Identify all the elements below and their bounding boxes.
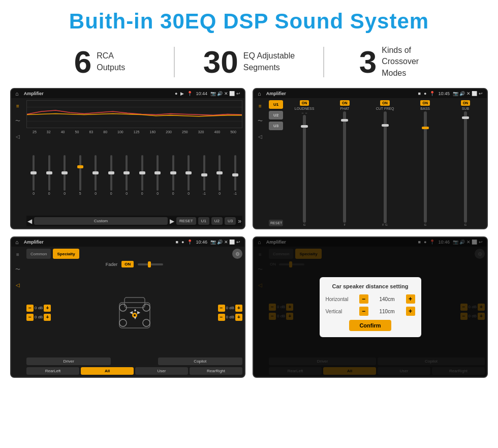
svg-point-7: [119, 319, 127, 326]
eq-slider-9[interactable]: 0: [166, 155, 181, 196]
eq-sliders-area: 253240506380100125160200250320400500 0 0: [26, 130, 242, 216]
channel-loudness: ON LOUDNESS ~~ G: [285, 100, 324, 226]
horizontal-plus-btn[interactable]: +: [406, 294, 415, 304]
u3-preset-btn[interactable]: U3: [269, 122, 283, 130]
u1-preset-btn[interactable]: U1: [269, 100, 283, 109]
eq-slider-8[interactable]: 0: [150, 155, 165, 196]
bass-slider[interactable]: [424, 111, 427, 223]
sidebar-3: ≡ 〜 ◁: [11, 247, 24, 377]
eq-slider-7[interactable]: 0: [135, 155, 150, 196]
phat-on-btn[interactable]: ON: [340, 100, 350, 106]
horizontal-value: 140cm: [371, 296, 403, 302]
screen-amp2: ⌂ Amplifier ■ ● 📍 10:45 📷 🔊 ✕ ⬜ ↩ ≡ 〜 ◁ …: [253, 88, 488, 229]
loudness-on-btn[interactable]: ON: [300, 100, 309, 106]
settings-icon-3[interactable]: ⚙: [232, 249, 242, 259]
fader-on-btn[interactable]: ON: [121, 261, 134, 267]
sidebar-wave-icon-2[interactable]: 〜: [256, 116, 265, 126]
stat-eq-number: 30: [203, 46, 238, 78]
plus-br[interactable]: +: [235, 314, 242, 321]
minus-tr[interactable]: −: [218, 305, 225, 312]
driver-btn-3[interactable]: Driver: [26, 357, 111, 365]
eq-slider-11[interactable]: -1: [197, 155, 212, 196]
horizontal-minus-btn[interactable]: −: [359, 294, 368, 304]
stat-eq-label: EQ AdjustableSegments: [243, 50, 295, 73]
user-btn-3[interactable]: User: [135, 367, 188, 375]
car-svg: ◀ ▶ ▲ ▼: [112, 290, 158, 336]
confirm-button[interactable]: Confirm: [349, 320, 391, 331]
phat-slider[interactable]: [343, 111, 346, 223]
bass-on-btn[interactable]: ON: [420, 100, 430, 106]
eq-svg: [27, 101, 242, 128]
home-icon-3: ⌂: [15, 239, 19, 245]
loudness-label: LOUDNESS: [295, 107, 315, 110]
plus-bl[interactable]: +: [44, 314, 51, 321]
horizontal-label: Horizontal: [326, 296, 356, 302]
loudness-slider[interactable]: [303, 115, 306, 223]
eq-slider-13[interactable]: -1: [228, 155, 243, 196]
reset-btn-1[interactable]: RESET: [176, 217, 196, 225]
fader-slider[interactable]: [138, 263, 163, 265]
sub-on-btn[interactable]: ON: [461, 100, 471, 106]
u2-preset-btn[interactable]: U2: [269, 111, 283, 120]
svg-text:▶: ▶: [137, 310, 141, 315]
dialog-box: Car speaker distance setting Horizontal …: [320, 277, 421, 337]
eq-slider-12[interactable]: 0: [212, 155, 227, 196]
db-row-tl: − 0 dB +: [26, 305, 51, 312]
specialty-tab-3[interactable]: Specialty: [53, 249, 79, 259]
vertical-minus-btn[interactable]: −: [359, 307, 368, 316]
sidebar-wave-icon-3[interactable]: 〜: [13, 265, 22, 274]
sidebar-1: ≡ 〜 ◁: [11, 98, 24, 228]
eq-slider-3[interactable]: 5: [73, 155, 88, 196]
vertical-plus-btn[interactable]: +: [406, 307, 415, 316]
rearleft-btn-3[interactable]: RearLeft: [26, 367, 79, 375]
home-icon-2: ⌂: [258, 91, 261, 97]
eq-slider-5[interactable]: 0: [104, 155, 119, 196]
eq-slider-0[interactable]: 0: [26, 155, 41, 196]
u1-btn-1[interactable]: U1: [198, 217, 209, 225]
cutfreq-slider[interactable]: [384, 111, 387, 223]
minus-tl[interactable]: −: [26, 305, 34, 312]
sidebar-eq-icon-3[interactable]: ≡: [13, 250, 22, 259]
more-btn[interactable]: »: [238, 218, 241, 225]
prev-preset-btn[interactable]: ◀: [27, 218, 32, 225]
u2-btn-1[interactable]: U2: [211, 217, 223, 225]
minus-bl[interactable]: −: [26, 314, 34, 321]
sidebar-eq-icon-2[interactable]: ≡: [256, 101, 265, 110]
screen1-icons: 📷 🔊 ✕ ⬜ ↩: [210, 91, 240, 96]
reset-btn-2[interactable]: RESET: [269, 220, 283, 226]
svg-text:▲: ▲: [133, 308, 137, 312]
cutfreq-on-btn[interactable]: ON: [380, 100, 390, 106]
custom-preset-btn[interactable]: Custom: [34, 217, 168, 225]
speaker-layout: − 0 dB + − 0 dB +: [26, 270, 242, 355]
rearright-btn-3[interactable]: RearRight: [190, 367, 242, 375]
next-preset-btn[interactable]: ▶: [170, 218, 174, 225]
sidebar-eq-icon[interactable]: ≡: [13, 101, 22, 110]
status-bar-3: ⌂ Amplifier ■ ● 📍 10:46 📷 🔊 ✕ ⬜ ↩: [11, 237, 244, 247]
speaker-controls-right: − 0 dB + − 0 dB +: [218, 270, 242, 355]
eq-slider-2[interactable]: 0: [57, 155, 72, 196]
eq-slider-1[interactable]: 0: [42, 155, 57, 196]
eq-slider-10[interactable]: 0: [181, 155, 196, 196]
plus-tr[interactable]: +: [235, 305, 242, 312]
all-btn-3[interactable]: All: [81, 367, 134, 375]
u3-btn-1[interactable]: U3: [225, 217, 236, 225]
stat-rca-number: 6: [74, 46, 91, 78]
sidebar-speaker-icon[interactable]: ◁: [13, 132, 22, 141]
sidebar-speaker-icon-3[interactable]: ◁: [13, 280, 22, 289]
copilot-btn-3[interactable]: Copilot: [158, 357, 242, 365]
minus-br[interactable]: −: [218, 314, 225, 321]
sub-slider[interactable]: [464, 111, 467, 223]
sidebar-speaker-icon-2[interactable]: ◁: [256, 132, 265, 141]
db-row-br: − 0 dB +: [218, 314, 242, 321]
amp2-main: U1 U2 U3 RESET ON LOUDNESS ~~: [267, 98, 487, 228]
stat-rca-label: RCAOutputs: [97, 50, 125, 73]
screen2-content: ≡ 〜 ◁ U1 U2 U3 RESET ON: [254, 98, 487, 228]
screen-fader: ⌂ Amplifier ■ ● 📍 10:46 📷 🔊 ✕ ⬜ ↩ ≡ 〜 ◁ …: [10, 236, 245, 378]
eq-slider-4[interactable]: 0: [88, 155, 103, 196]
common-tab-3[interactable]: Common: [26, 249, 51, 259]
plus-tl[interactable]: +: [44, 305, 51, 312]
sidebar-wave-icon[interactable]: 〜: [13, 116, 22, 126]
channel-bass: ON BASS G: [406, 100, 445, 226]
screen3-icons: 📷 🔊 ✕ ⬜ ↩: [210, 240, 240, 245]
eq-slider-6[interactable]: 0: [119, 155, 134, 196]
